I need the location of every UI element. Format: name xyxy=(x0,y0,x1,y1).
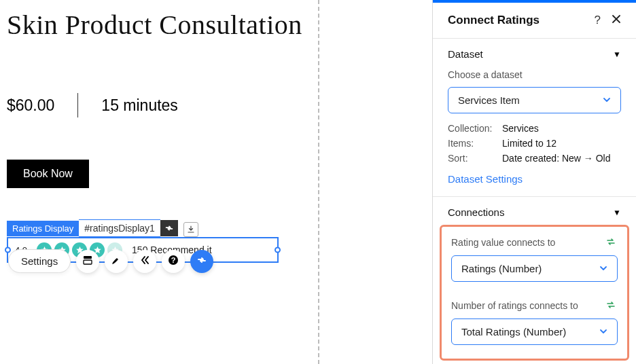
num-ratings-select-value: Total Ratings (Number) xyxy=(461,326,566,338)
items-label: Items: xyxy=(448,138,502,149)
collection-value: Services xyxy=(502,123,539,134)
settings-button[interactable]: Settings xyxy=(8,249,71,273)
question-icon: ? xyxy=(168,255,179,268)
chevron-down-icon xyxy=(599,326,607,338)
element-type-tag: Ratings Display xyxy=(7,221,79,236)
chevron-down-icon xyxy=(603,94,611,106)
paintbrush-icon xyxy=(111,255,122,268)
element-connect-indicator[interactable] xyxy=(160,220,178,236)
rating-value-label: Rating value connects to xyxy=(451,237,555,248)
duration: 15 minutes xyxy=(101,96,178,115)
element-id-tag: #ratingsDisplay1 xyxy=(79,219,160,237)
num-ratings-label: Number of ratings connects to xyxy=(451,300,578,311)
book-now-button[interactable]: Book Now xyxy=(7,160,89,188)
page-title: Skin Product Consultation xyxy=(7,7,311,43)
help-icon[interactable]: ? xyxy=(595,14,601,27)
layout-button[interactable] xyxy=(76,250,99,273)
chevron-down-icon xyxy=(599,263,607,274)
dataset-select[interactable]: Services Item xyxy=(448,87,621,113)
price-row: $60.00 15 minutes xyxy=(7,93,311,117)
design-button[interactable] xyxy=(105,250,128,273)
close-icon[interactable] xyxy=(612,14,621,27)
dataset-section-title: Dataset xyxy=(448,48,483,60)
svg-rect-1 xyxy=(84,260,92,264)
sort-value: Date created: New → Old xyxy=(502,153,611,164)
chevron-down-icon: ▼ xyxy=(613,208,621,217)
download-icon xyxy=(187,225,195,234)
rating-value-select[interactable]: Ratings (Number) xyxy=(451,255,618,282)
items-value: Limited to 12 xyxy=(502,138,556,149)
connect-icon xyxy=(196,255,207,268)
dataset-select-value: Services Item xyxy=(458,94,520,106)
price: $60.00 xyxy=(7,96,54,115)
rating-value-select-value: Ratings (Number) xyxy=(461,263,542,274)
layout-icon xyxy=(82,255,93,268)
element-toolbar: Settings ? xyxy=(8,249,213,273)
connect-icon xyxy=(164,223,174,233)
download-button[interactable] xyxy=(183,222,198,237)
editor-canvas: Skin Product Consultation $60.00 15 minu… xyxy=(0,0,318,364)
dataset-settings-link[interactable]: Dataset Settings xyxy=(448,173,523,185)
chevron-down-icon: ▼ xyxy=(613,50,621,59)
swap-icon[interactable] xyxy=(605,299,618,312)
animation-button[interactable] xyxy=(133,250,156,273)
sort-label: Sort: xyxy=(448,153,502,164)
connect-panel: Connect Ratings ? Dataset ▼ Choose a dat… xyxy=(432,0,636,364)
element-tag-bar: Ratings Display #ratingsDisplay1 xyxy=(7,219,311,237)
swap-icon[interactable] xyxy=(605,236,618,249)
dataset-section-header[interactable]: Dataset ▼ xyxy=(448,48,621,60)
vertical-divider xyxy=(77,93,78,117)
chevrons-icon xyxy=(139,255,150,268)
panel-title: Connect Ratings xyxy=(448,14,540,27)
collection-label: Collection: xyxy=(448,123,502,134)
help-button[interactable]: ? xyxy=(162,250,185,273)
connections-section-header[interactable]: Connections ▼ xyxy=(448,206,621,218)
canvas-divider xyxy=(318,0,432,364)
connections-highlight-box: Rating value connects to Ratings (Number… xyxy=(440,225,629,361)
svg-text:?: ? xyxy=(171,256,176,264)
connect-to-data-button[interactable] xyxy=(190,250,213,273)
connections-section-title: Connections xyxy=(448,206,504,218)
svg-rect-0 xyxy=(84,256,92,259)
choose-dataset-label: Choose a dataset xyxy=(448,69,621,80)
resize-handle-right[interactable] xyxy=(275,247,281,253)
num-ratings-select[interactable]: Total Ratings (Number) xyxy=(451,318,618,345)
